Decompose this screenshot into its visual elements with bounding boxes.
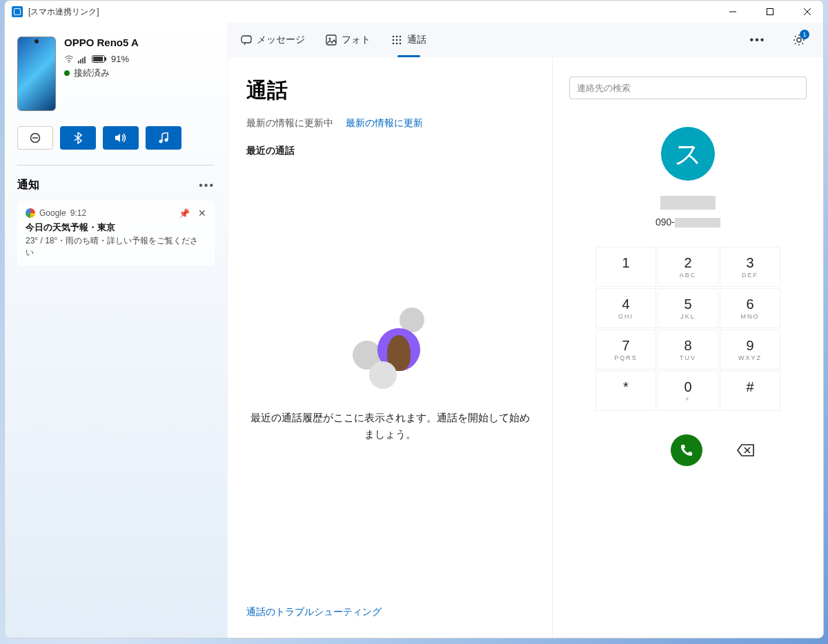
close-button[interactable] <box>791 1 823 23</box>
main: メッセージ フォト 通話 ••• 1 通話 <box>227 23 823 638</box>
app-window: [スマホ連携リンク] OPPO Reno5 A <box>4 0 824 638</box>
dialpad-key-8[interactable]: 8TUV <box>658 330 718 370</box>
svg-rect-16 <box>241 36 251 43</box>
dialpad-key-4[interactable]: 4GHI <box>595 288 656 328</box>
notifications-header: 通知 ••• <box>17 178 215 192</box>
battery-icon <box>92 55 107 63</box>
volume-icon <box>115 132 127 143</box>
titlebar: [スマホ連携リンク] <box>5 1 823 23</box>
calls-panel: 通話 最新の情報に更新中 最新の情報に更新 最近の通話 最近の通話履歴がここに表… <box>228 57 553 638</box>
notification-card[interactable]: Google 9:12 📌 ✕ 今日の天気予報・東京 23° / 18°・雨のち… <box>17 201 215 265</box>
settings-button[interactable]: 1 <box>787 28 811 52</box>
battery-text: 91% <box>111 54 129 64</box>
backspace-button[interactable] <box>737 443 755 457</box>
refresh-row: 最新の情報に更新中 最新の情報に更新 <box>246 117 534 130</box>
connection-dot-icon <box>64 70 70 76</box>
notif-app: Google <box>39 208 66 218</box>
svg-rect-6 <box>80 59 81 63</box>
more-icon: ••• <box>750 34 766 46</box>
svg-point-21 <box>400 36 402 38</box>
dnd-icon <box>30 132 41 143</box>
svg-point-18 <box>329 38 331 40</box>
search-input[interactable]: 連絡先の検索 <box>569 77 807 99</box>
svg-point-26 <box>396 43 398 45</box>
troubleshoot-link[interactable]: 通話のトラブルシューティング <box>246 592 534 618</box>
svg-point-25 <box>393 43 395 45</box>
svg-rect-5 <box>78 61 79 63</box>
notif-time: 9:12 <box>70 208 86 218</box>
dialer-panel: 連絡先の検索 ス 090- 1 2ABC3DEF4GHI5JKL6MNO7PQR… <box>553 57 823 638</box>
svg-rect-11 <box>105 57 106 61</box>
connection-status: 接続済み <box>64 67 215 79</box>
call-button[interactable] <box>671 434 702 466</box>
svg-point-22 <box>393 39 395 41</box>
dialpad-key-3[interactable]: 3DEF <box>720 247 780 287</box>
device-row: OPPO Reno5 A 91% <box>17 37 215 111</box>
tab-bar: メッセージ フォト 通話 ••• 1 <box>227 23 823 57</box>
svg-point-28 <box>797 38 801 42</box>
backspace-icon <box>737 443 755 457</box>
dialpad-key-6[interactable]: 6MNO <box>720 288 780 328</box>
control-row <box>17 126 215 150</box>
signal-icon <box>78 55 88 63</box>
people-illustration <box>339 308 442 397</box>
empty-text: 最近の通話履歴がここに表示されます。通話を開始して始めましょう。 <box>246 410 534 443</box>
phone-redacted <box>675 218 720 228</box>
dialpad: 1 2ABC3DEF4GHI5JKL6MNO7PQRS8TUV9WXYZ* 0+… <box>595 247 780 411</box>
svg-point-23 <box>396 39 398 41</box>
notif-title: 今日の天気予報・東京 <box>26 221 206 234</box>
contact-number: 090- <box>656 217 720 228</box>
dialpad-key-*[interactable]: * <box>595 371 656 411</box>
svg-rect-7 <box>82 58 83 63</box>
dialpad-key-1[interactable]: 1 <box>595 247 656 287</box>
page-title: 通話 <box>246 77 534 105</box>
svg-rect-17 <box>326 35 336 45</box>
volume-button[interactable] <box>103 126 139 150</box>
empty-state: 最近の通話履歴がここに表示されます。通話を開始して始めましょう。 <box>246 157 534 592</box>
window-title: [スマホ連携リンク] <box>28 6 99 18</box>
bluetooth-button[interactable] <box>60 126 96 150</box>
phone-thumbnail[interactable] <box>17 37 56 111</box>
svg-rect-8 <box>84 57 86 63</box>
svg-point-4 <box>68 61 70 63</box>
app-icon <box>12 6 23 17</box>
dialpad-icon <box>391 34 402 46</box>
dialpad-key-7[interactable]: 7PQRS <box>595 330 656 370</box>
svg-rect-10 <box>93 57 103 61</box>
divider <box>17 165 215 165</box>
dnd-button[interactable] <box>17 126 53 150</box>
svg-point-27 <box>400 43 402 45</box>
contact-avatar: ス <box>661 127 715 181</box>
pin-icon[interactable]: 📌 <box>179 208 190 219</box>
more-button[interactable]: ••• <box>746 28 769 52</box>
photo-icon <box>326 34 337 46</box>
dialpad-key-9[interactable]: 9WXYZ <box>720 330 780 370</box>
dialpad-key-#[interactable]: # <box>720 371 780 411</box>
tab-messages[interactable]: メッセージ <box>239 30 306 50</box>
recent-calls-header: 最近の通話 <box>246 145 534 157</box>
dialpad-key-0[interactable]: 0+ <box>658 371 718 411</box>
music-icon <box>159 132 168 143</box>
message-icon <box>241 34 252 46</box>
maximize-button[interactable] <box>754 1 786 23</box>
minimize-button[interactable] <box>717 1 749 23</box>
sidebar: OPPO Reno5 A 91% <box>5 23 227 638</box>
svg-point-15 <box>165 139 168 142</box>
wifi-icon <box>64 55 74 63</box>
svg-rect-1 <box>767 9 773 15</box>
dialpad-key-5[interactable]: 5JKL <box>658 288 718 328</box>
music-button[interactable] <box>146 126 181 150</box>
refreshing-text: 最新の情報に更新中 <box>246 117 333 128</box>
dismiss-icon[interactable]: ✕ <box>198 208 206 219</box>
phone-icon <box>680 443 693 457</box>
contact-name-redacted <box>660 196 716 210</box>
settings-badge: 1 <box>800 30 809 39</box>
tab-calls[interactable]: 通話 <box>390 30 428 50</box>
notif-body: 23° / 18°・雨のち晴・詳しい予報をご覧ください <box>26 235 206 259</box>
device-status-signal: 91% <box>64 54 215 64</box>
tab-photos[interactable]: フォト <box>324 30 372 50</box>
google-icon <box>26 208 35 218</box>
dialpad-key-2[interactable]: 2ABC <box>658 247 718 287</box>
more-icon[interactable]: ••• <box>199 179 215 192</box>
refresh-link[interactable]: 最新の情報に更新 <box>346 117 423 128</box>
